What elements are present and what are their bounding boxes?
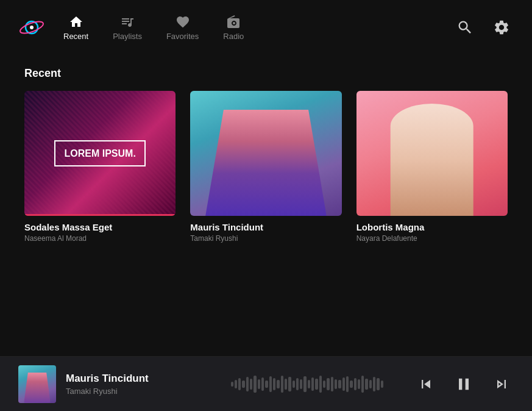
player-track-artist: Tamaki Ryushi bbox=[66, 387, 219, 396]
player-track-title: Mauris Tincidunt bbox=[66, 373, 219, 385]
card-artist-1: Naseema Al Morad bbox=[24, 234, 176, 243]
card-lobortis[interactable]: Lobortis Magna Nayara Delafuente bbox=[356, 91, 508, 243]
playlist-icon bbox=[120, 15, 135, 29]
player-info: Mauris Tincidunt Tamaki Ryushi bbox=[66, 373, 219, 396]
card-artist-3: Nayara Delafuente bbox=[356, 234, 508, 243]
settings-button[interactable] bbox=[489, 15, 514, 40]
home-icon bbox=[69, 15, 83, 29]
nav-label-playlists: Playlists bbox=[113, 32, 142, 41]
card-image-2 bbox=[190, 91, 341, 216]
svg-point-2 bbox=[30, 26, 34, 29]
nav-item-playlists[interactable]: Playlists bbox=[113, 15, 142, 41]
skip-prev-icon bbox=[417, 376, 434, 393]
nav-item-radio[interactable]: Radio bbox=[223, 15, 244, 41]
main-content: Recent LOREM IPSUM. Sodales Massa Eget N… bbox=[0, 55, 532, 356]
nav-item-recent[interactable]: Recent bbox=[63, 15, 88, 41]
player-waveform bbox=[219, 372, 396, 396]
search-icon bbox=[456, 19, 473, 36]
card-artwork-1: LOREM IPSUM. bbox=[24, 91, 176, 216]
heart-icon bbox=[176, 15, 190, 29]
card-artist-2: Tamaki Ryushi bbox=[190, 234, 341, 243]
player-thumbnail bbox=[18, 365, 56, 403]
card-artwork-3 bbox=[356, 91, 508, 216]
lorem-text: LOREM IPSUM. bbox=[64, 148, 135, 159]
play-pause-button[interactable] bbox=[450, 371, 477, 398]
next-button[interactable] bbox=[489, 372, 514, 396]
nav-items: Recent Playlists Favorites Radio bbox=[63, 15, 453, 41]
app-logo bbox=[18, 14, 45, 41]
section-title: Recent bbox=[24, 67, 508, 80]
nav-label-favorites: Favorites bbox=[166, 32, 199, 41]
player-controls bbox=[395, 371, 514, 398]
card-mauris[interactable]: Mauris Tincidunt Tamaki Ryushi bbox=[190, 91, 341, 243]
card-title-3: Lobortis Magna bbox=[356, 222, 508, 232]
pause-icon bbox=[454, 374, 473, 394]
card-title-1: Sodales Massa Eget bbox=[24, 222, 176, 232]
card-image-3 bbox=[356, 91, 508, 216]
nav-item-favorites[interactable]: Favorites bbox=[166, 15, 199, 41]
lorem-box: LOREM IPSUM. bbox=[54, 140, 145, 166]
nav-label-radio: Radio bbox=[223, 32, 244, 41]
cards-row: LOREM IPSUM. Sodales Massa Eget Naseema … bbox=[24, 91, 508, 243]
prev-button[interactable] bbox=[414, 372, 438, 396]
player-bar: Mauris Tincidunt Tamaki Ryushi bbox=[0, 356, 532, 411]
nav-actions bbox=[453, 15, 514, 40]
card-artwork-2 bbox=[190, 91, 341, 216]
nav-label-recent: Recent bbox=[63, 32, 88, 41]
skip-next-icon bbox=[493, 376, 510, 393]
search-button[interactable] bbox=[453, 15, 477, 40]
card-image-1: LOREM IPSUM. bbox=[24, 91, 176, 216]
card-title-2: Mauris Tincidunt bbox=[190, 222, 341, 232]
navbar: Recent Playlists Favorites Radio bbox=[0, 0, 532, 55]
radio-icon bbox=[226, 15, 241, 29]
card-sodales[interactable]: LOREM IPSUM. Sodales Massa Eget Naseema … bbox=[24, 91, 176, 243]
gear-icon bbox=[493, 19, 510, 36]
